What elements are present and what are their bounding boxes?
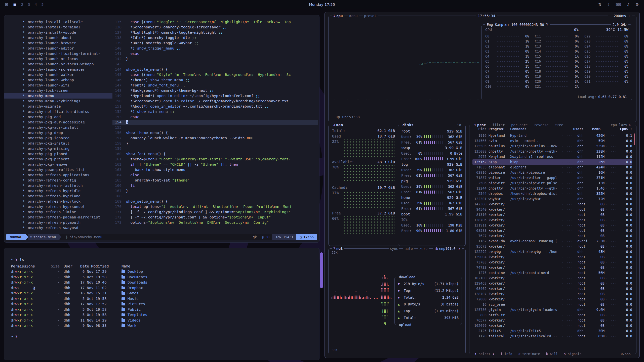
file-item[interactable]: * omarchy-pkg-remove — [4, 162, 112, 167]
code-line[interactable]: 164 else — [112, 172, 318, 178]
file-item[interactable]: * omarchy-launch-or-focus — [4, 56, 112, 62]
keyboard-icon[interactable]: ⌨ — [616, 2, 621, 7]
code-line[interactable]: 160show_font_menu() { — [112, 151, 318, 157]
code-line[interactable]: 158} — [112, 141, 318, 146]
zero-tab[interactable]: zero — [418, 246, 429, 251]
file-item[interactable]: * omarchy-pkg-ignored — [4, 135, 112, 141]
code-line[interactable]: 169show_setup_menu() { — [112, 199, 318, 204]
code-line[interactable]: 171 [ -f ~/.config/hypr/bindings.conf ] … — [112, 209, 318, 215]
file-item[interactable]: * omarchy-refresh-swayosd — [4, 225, 112, 231]
process-row[interactable]: 7627kworker/root0B0.0 — [472, 233, 632, 239]
net-panel-title[interactable]: 3net — [332, 246, 344, 251]
process-row[interactable]: 71837walker/usr/bin/walker --gappldhh371… — [472, 175, 632, 180]
disks-title[interactable]: disks — [401, 122, 415, 127]
file-item[interactable]: * omarchy-refresh-config — [4, 178, 112, 183]
code-line[interactable]: 151 *About*) open_in_editor ~/.config/om… — [112, 104, 318, 109]
process-row[interactable]: 125756glycin-i/usr/lib/glycin-loadersdhh… — [472, 307, 632, 312]
file-item[interactable]: * omarchy-refresh-hyprlock — [4, 199, 112, 204]
process-row[interactable]: 129004kworker/root0B0.0 — [472, 254, 632, 260]
process-row[interactable]: 1275containe/usr/bin/containerdroot56M0.… — [472, 270, 632, 276]
tree-tab[interactable]: tree — [554, 122, 565, 127]
neovim-window[interactable]: * omarchy-install-tailscale* omarchy-ins… — [4, 15, 319, 243]
proc-action-kill[interactable]: k Kill — [545, 351, 559, 356]
workspace-4[interactable]: 4 — [35, 3, 37, 7]
per-core-tab[interactable]: per-core — [510, 122, 529, 127]
auto-tab[interactable]: auto — [403, 246, 414, 251]
terminal-window[interactable]: ~ ❯ ls Permissions Size User Date Modifi… — [4, 248, 319, 360]
cpu-panel-title[interactable]: 1cpu — [332, 13, 344, 18]
menu-tab[interactable]: menu — [348, 13, 359, 18]
process-row[interactable]: 2975XwaylandXwayland :1 -rootless -dhh11… — [472, 154, 632, 159]
process-row[interactable]: 129463kworker/root0B0.0 — [472, 281, 632, 286]
process-row[interactable]: 68583kworker/root0B0.0 — [472, 228, 632, 233]
code-line[interactable]: 143 — [112, 62, 318, 67]
file-item[interactable]: * omarchy-launch-walker — [4, 72, 112, 77]
bluetooth-icon[interactable]: ᛒ — [607, 2, 610, 7]
workspace-2[interactable]: 2 — [21, 3, 23, 7]
file-item[interactable]: * omarchy-refresh-plymouth — [4, 220, 112, 225]
file-item[interactable]: * omarchy-install-tailscale — [4, 19, 112, 25]
code-line[interactable]: 140 *) show_trigger_menu ;; — [112, 46, 318, 51]
code-line[interactable]: 167} — [112, 188, 318, 194]
process-row[interactable]: 68402kworker/root0B0.0 — [472, 286, 632, 291]
code-line[interactable]: 173 options="$options\n✲ Defaults\n◍ DNS… — [112, 220, 318, 225]
code-line[interactable]: 166 fi — [112, 183, 318, 188]
workspace-5[interactable]: 5 — [42, 3, 44, 7]
code-line[interactable]: 172 [ -f ~/.config/hypr/input.conf ] && … — [112, 215, 318, 220]
sync-tab[interactable]: sync — [389, 246, 399, 251]
proc-action-signals[interactable]: s signals — [562, 351, 583, 356]
filter-tab[interactable]: filter — [491, 122, 506, 127]
process-row[interactable]: 94540kworker/root0B0.0 — [472, 207, 632, 212]
mem-panel-title[interactable]: 2mem — [332, 122, 344, 127]
code-line[interactable]: 150 *Screensaver*) open_in_editor ~/.con… — [112, 99, 318, 104]
process-row[interactable]: 122301waybar/usr/bin/waybardhh72M0.0 — [472, 196, 632, 202]
process-row[interactable]: 12244ghostty/usr/bin/ghostty --gtk-dhh1.… — [472, 186, 632, 191]
code-line[interactable]: 155 — [112, 125, 318, 130]
file-item[interactable]: * omarchy-pkg-aur-accessible — [4, 120, 112, 125]
process-row[interactable]: 2125fcitx5/usr/bin/fcitx5dhh30M0.0 — [472, 328, 632, 334]
workspace-1[interactable]: ■ — [13, 3, 17, 7]
code-line[interactable]: 142} — [112, 56, 318, 62]
nvim-code-area[interactable]: 135 case $(menu "Toggle" "▢ Screensaver\… — [112, 19, 318, 225]
process-row[interactable]: 135088ghostty/usr/bin/ghostty --gtk-dhh3… — [472, 149, 632, 154]
interface-selector[interactable]: ‹b enp191s0 n› — [433, 246, 462, 251]
file-item[interactable]: * omarchy-pkg-drop — [4, 130, 112, 135]
code-line[interactable]: 146 *Theme*) show_theme_menu ;; — [112, 77, 318, 83]
process-table-header[interactable]: Pid: Program: Command: User: MemB Cpu% ↑ — [472, 127, 632, 131]
process-row[interactable]: 128707kworker/root0B0.0 — [472, 291, 632, 297]
process-row[interactable]: 1170tailscal/usr/sbin/tailscaled --root8… — [472, 334, 632, 339]
proc-panel-title[interactable]: 4proc — [473, 122, 487, 127]
file-item[interactable]: * omarchy-launch-wifi — [4, 83, 112, 88]
file-item[interactable]: * omarchy-refresh-applications — [4, 172, 112, 178]
process-row[interactable]: 2506pipewire/usr/bin/pipewire-pulsedhh13… — [472, 180, 632, 186]
preset-tab[interactable]: preset — [363, 13, 378, 18]
file-item[interactable]: * omarchy-pkg-add — [4, 114, 112, 120]
code-line[interactable]: 161 theme=$(menu "Font" "$(omarchy-font-… — [112, 157, 318, 162]
file-item[interactable]: * omarchy-menu — [4, 93, 112, 99]
process-row[interactable]: 81310kworker/root0B0.0 — [472, 212, 632, 217]
file-item[interactable]: * omarchy-refresh-fastfetch — [4, 183, 112, 188]
code-line[interactable]: 159 — [112, 146, 318, 151]
file-item[interactable]: * omarchy-launch-editor — [4, 46, 112, 51]
file-item[interactable]: * omarchy-launch-floating-terminal- — [4, 51, 112, 56]
process-row[interactable]: 803btrfs-trroot0B0.0 — [472, 312, 632, 318]
file-item[interactable]: * omarchy-refresh-pacman-mirrorlist — [4, 215, 112, 220]
code-line[interactable]: 147 *Font*) show_font_menu ;; — [112, 83, 318, 88]
process-row[interactable]: 125505nautilus/usr/bin/nautilus --newdhh… — [472, 144, 632, 149]
code-line[interactable]: 154} — [112, 120, 318, 125]
code-line[interactable]: 141 esac — [112, 51, 318, 56]
sort-selector[interactable]: cpu lazy⇅ — [609, 122, 632, 127]
process-row[interactable]: 63816pipewire/usr/bin/pipewiredhh16M0.0 — [472, 170, 632, 175]
process-row[interactable]: 76577kworker/root0B0.0 — [472, 318, 632, 323]
code-line[interactable]: 135 case $(menu "Toggle" "▢ Screensaver\… — [112, 19, 318, 25]
process-row[interactable]: 16rcu_preeroot0B0.0 — [472, 302, 632, 307]
git-branch[interactable]: ⌥themes-menu — [28, 234, 59, 240]
update-interval[interactable]: - 2000ms + — [608, 13, 632, 18]
code-line[interactable]: 170 local options="♪ Audio\n∿ Wifi\nᛒ Bl… — [112, 204, 318, 209]
settings-gear-icon[interactable]: ⚙ — [636, 2, 639, 7]
file-item[interactable]: * omarchy-pkg-missing — [4, 146, 112, 151]
code-line[interactable]: 137 *Nightlight*) omarchy-toggle-nightli… — [112, 30, 318, 35]
process-row[interactable]: 128706kworker/root0B0.0 — [472, 217, 632, 223]
btop-window[interactable]: 1cpu menu preset 17:55:34 - 2000ms + ⠀⠀⠀… — [325, 12, 640, 358]
code-line[interactable]: 144show_style_menu() { — [112, 67, 318, 72]
